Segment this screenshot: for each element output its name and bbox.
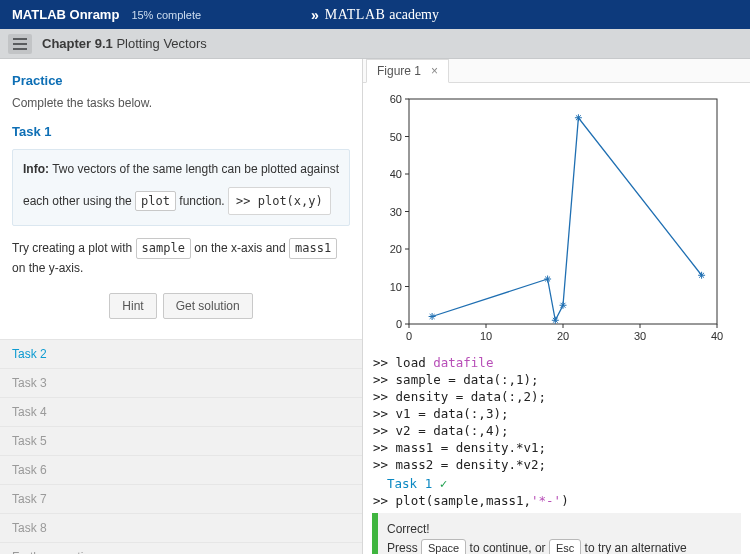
svg-text:30: 30	[390, 206, 402, 218]
info-label: Info:	[23, 162, 49, 176]
svg-text:50: 50	[390, 131, 402, 143]
main-split: Practice Complete the tasks below. Task …	[0, 59, 750, 554]
top-banner: MATLAB Onramp 15% complete » MATLAB acad…	[0, 0, 750, 29]
svg-text:20: 20	[390, 243, 402, 255]
task-row-3[interactable]: Task 3	[0, 369, 362, 398]
svg-text:10: 10	[480, 330, 492, 342]
svg-text:40: 40	[711, 330, 723, 342]
practice-subtitle: Complete the tasks below.	[12, 96, 350, 110]
task1-heading: Task 1	[12, 124, 350, 139]
feedback-correct: Correct!	[387, 520, 732, 539]
svg-text:20: 20	[557, 330, 569, 342]
task-row-6[interactable]: Task 6	[0, 456, 362, 485]
inline-code-sample: sample	[136, 238, 191, 259]
code-example: >> plot(x,y)	[228, 187, 331, 216]
task-row-further[interactable]: Further practice	[0, 543, 362, 554]
line-chart: 0102030405060010203040	[369, 91, 729, 348]
svg-text:60: 60	[390, 93, 402, 105]
hamburger-icon	[13, 38, 27, 40]
inline-code-mass1: mass1	[289, 238, 337, 259]
plot-area: 0102030405060010203040	[363, 83, 750, 352]
space-key: Space	[421, 539, 466, 554]
hint-button[interactable]: Hint	[109, 293, 156, 319]
svg-text:0: 0	[396, 318, 402, 330]
brand-chevron-icon: »	[311, 7, 319, 23]
svg-rect-0	[409, 99, 717, 324]
progress-label: 15% complete	[131, 9, 201, 21]
svg-text:30: 30	[634, 330, 646, 342]
feedback-hint: Press Space to continue, or Esc to try a…	[387, 539, 732, 554]
practice-heading: Practice	[12, 73, 350, 88]
task-instruction: Try creating a plot with sample on the x…	[12, 238, 350, 278]
figure-tab-label: Figure 1	[377, 64, 421, 78]
figure-tab[interactable]: Figure 1 ×	[366, 59, 449, 83]
instructions-panel: Practice Complete the tasks below. Task …	[0, 59, 363, 554]
task-row-4[interactable]: Task 4	[0, 398, 362, 427]
brand-academy: academy	[389, 7, 439, 22]
chapter-title: Chapter 9.1 Plotting Vectors	[42, 36, 207, 51]
task-accordion: Task 2 Task 3 Task 4 Task 5 Task 6 Task …	[0, 339, 362, 554]
product-name: MATLAB Onramp	[12, 7, 119, 22]
svg-text:10: 10	[390, 281, 402, 293]
figure-tabbar: Figure 1 ×	[363, 59, 750, 83]
task-row-7[interactable]: Task 7	[0, 485, 362, 514]
get-solution-button[interactable]: Get solution	[163, 293, 253, 319]
info-text-b: function.	[176, 194, 225, 208]
menu-button[interactable]	[8, 34, 32, 54]
svg-text:0: 0	[406, 330, 412, 342]
brand-logo: » MATLAB academy	[311, 6, 439, 23]
svg-text:40: 40	[390, 168, 402, 180]
close-icon[interactable]: ×	[431, 64, 438, 78]
output-panel: Figure 1 × 0102030405060010203040 >> loa…	[363, 59, 750, 554]
task-row-5[interactable]: Task 5	[0, 427, 362, 456]
command-console[interactable]: >> load datafile>> sample = data(:,1);>>…	[363, 352, 750, 509]
info-box: Info: Two vectors of the same length can…	[12, 149, 350, 226]
help-buttons: Hint Get solution	[12, 293, 350, 319]
task-row-2[interactable]: Task 2	[0, 340, 362, 369]
inline-code-plot: plot	[135, 191, 176, 212]
feedback-banner: Correct! Press Space to continue, or Esc…	[372, 513, 741, 554]
esc-key: Esc	[549, 539, 581, 554]
task-row-8[interactable]: Task 8	[0, 514, 362, 543]
brand-matlab: MATLAB	[325, 7, 386, 22]
chapter-bar: Chapter 9.1 Plotting Vectors	[0, 29, 750, 59]
